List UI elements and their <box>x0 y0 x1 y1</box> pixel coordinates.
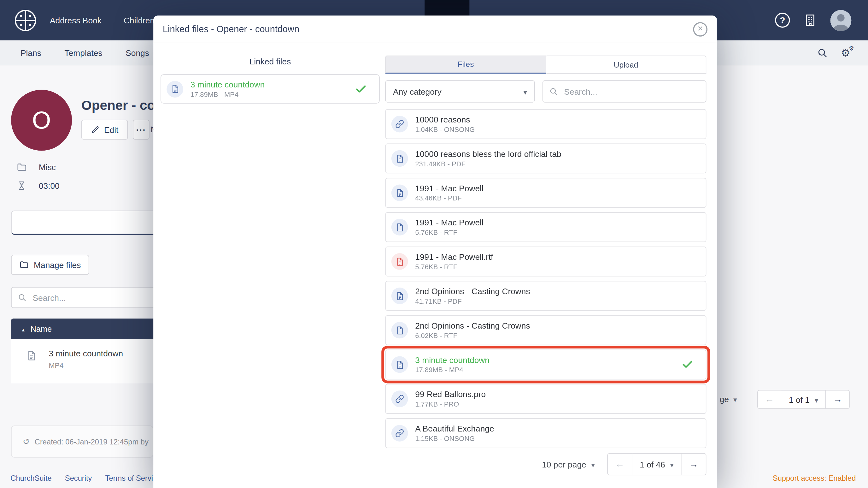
file-row-meta: 5.76KB - RTF <box>415 263 493 271</box>
modal-pagination: 1 of 46 <box>607 453 707 476</box>
per-page-dropdown[interactable]: 10 per page <box>542 460 595 469</box>
linked-files-column: Linked files 3 minute countdown 17.89MB … <box>160 43 380 104</box>
file-row-title: 1991 - Mac Powell <box>415 183 484 193</box>
page-indicator-dropdown[interactable]: 1 of 46 <box>632 453 682 476</box>
category-value[interactable]: Misc <box>39 162 56 172</box>
previous-page-button[interactable] <box>607 453 633 476</box>
arrow-right-icon <box>833 394 842 405</box>
linked-files-modal: Linked files - Opener - countdown Linked… <box>153 16 717 488</box>
arrow-right-icon <box>689 459 698 470</box>
avatar-letter: O <box>32 106 51 134</box>
footer-link-churchsuite[interactable]: ChurchSuite <box>10 474 52 482</box>
file-row-title: 2nd Opinions - Casting Crowns <box>415 321 530 330</box>
category-select[interactable]: Any category <box>385 80 535 102</box>
page-title: Opener - co <box>82 97 155 113</box>
modal-file-row[interactable]: A Beautiful Exchange 1.15KB - ONSONG <box>385 418 707 448</box>
modal-title: Linked files - Opener - countdown <box>163 24 299 34</box>
check-icon <box>355 83 367 95</box>
previous-page-button[interactable] <box>757 390 782 409</box>
modal-file-row[interactable]: 10000 reasons 1.04KB - ONSONG <box>385 109 707 139</box>
churchsuite-logo-icon[interactable] <box>14 8 37 32</box>
gear-icon[interactable] <box>841 47 850 58</box>
pencil-icon <box>91 125 100 134</box>
chevron-down-icon <box>733 395 737 404</box>
subnav-item-plans[interactable]: Plans <box>21 48 41 57</box>
modal-file-row[interactable]: 99 Red Ballons.pro 1.77KB - PRO <box>385 384 707 414</box>
modal-file-row[interactable]: 1991 - Mac Powell 43.46KB - PDF <box>385 178 707 208</box>
sort-ascending-icon <box>21 324 26 333</box>
nav-active-item-partial <box>425 0 469 16</box>
footer-link-terms[interactable]: Terms of Servi <box>105 474 153 482</box>
file-row-title: 10000 reasons <box>415 115 475 124</box>
file-row-title: 2nd Opinions - Casting Crowns <box>415 286 530 296</box>
modal-file-row[interactable]: 10000 reasons bless the lord official ta… <box>385 144 707 174</box>
manage-files-button[interactable]: Manage files <box>11 255 89 275</box>
file-title: 3 minute countdown <box>49 348 123 358</box>
file-row-title: 1991 - Mac Powell <box>415 218 484 227</box>
file-row-title: 3 minute countdown <box>415 355 490 365</box>
modal-file-list: 10000 reasons 1.04KB - ONSONG 10000 reas… <box>385 109 707 448</box>
folder-icon <box>19 260 29 270</box>
category-row: Misc <box>17 162 56 172</box>
file-row-meta: 5.76KB - RTF <box>415 229 484 237</box>
per-page-value: 10 per page <box>542 460 586 469</box>
modal-file-row[interactable]: 1991 - Mac Powell 5.76KB - RTF <box>385 212 707 242</box>
more-options-button[interactable] <box>133 120 150 140</box>
tab-upload[interactable]: Upload <box>546 56 706 74</box>
created-text: Created: 06-Jan-2019 12:45pm by <box>35 437 149 446</box>
file-row-meta: 1.77KB - PRO <box>415 401 486 408</box>
file-icon <box>166 81 183 97</box>
page-indicator-dropdown[interactable]: 1 of 1 <box>781 390 826 409</box>
modal-file-row[interactable]: 1991 - Mac Powell.rtf 5.76KB - RTF <box>385 247 707 277</box>
navbar-right <box>775 10 851 31</box>
file-row-title: 99 Red Ballons.pro <box>415 390 486 399</box>
subnav-item-templates[interactable]: Templates <box>65 48 102 57</box>
edit-button[interactable]: Edit <box>82 120 128 140</box>
check-icon <box>682 358 694 371</box>
duration-row: 03:00 <box>17 180 60 191</box>
footer-link-security[interactable]: Security <box>65 474 92 482</box>
close-icon[interactable] <box>693 22 708 36</box>
next-page-button[interactable] <box>681 453 707 476</box>
per-page-dropdown-partial[interactable]: ge <box>720 395 737 404</box>
arrow-left-icon <box>615 459 624 470</box>
file-row-title: 10000 reasons bless the lord official ta… <box>415 149 561 159</box>
search-icon <box>18 293 27 302</box>
file-row-meta: 41.71KB - PDF <box>415 297 530 305</box>
file-row-meta: 231.49KB - PDF <box>415 160 561 168</box>
file-icon <box>392 219 408 235</box>
nav-item-children[interactable]: Children <box>124 16 155 25</box>
file-icon <box>392 322 408 339</box>
modal-search <box>542 80 707 102</box>
modal-search-input[interactable] <box>542 80 707 102</box>
nav-item-address-book[interactable]: Address Book <box>50 16 101 25</box>
building-icon[interactable] <box>803 13 817 27</box>
chevron-down-icon <box>815 395 818 404</box>
screen: Address Book Children Plans Templates So… <box>0 0 868 488</box>
support-access-status: Support access: Enabled <box>773 474 856 482</box>
duration-value: 03:00 <box>39 181 60 191</box>
next-page-button[interactable] <box>826 390 850 409</box>
user-avatar[interactable] <box>831 10 851 31</box>
modal-header: Linked files - Opener - countdown <box>153 16 717 43</box>
file-row-title: A Beautiful Exchange <box>415 424 494 433</box>
help-icon[interactable] <box>775 12 790 27</box>
modal-file-row[interactable]: 2nd Opinions - Casting Crowns 41.71KB - … <box>385 281 707 311</box>
chevron-down-icon <box>523 87 527 96</box>
link-icon <box>392 425 408 441</box>
file-icon <box>392 184 408 201</box>
page-indicator: 1 of 1 <box>789 395 810 404</box>
file-row-meta: 17.89MB - MP4 <box>415 366 490 374</box>
tab-files[interactable]: Files <box>385 56 546 74</box>
app: Address Book Children Plans Templates So… <box>0 0 868 488</box>
subnav-item-songs[interactable]: Songs <box>126 48 149 57</box>
linked-file-item[interactable]: 3 minute countdown 17.89MB - MP4 <box>160 74 380 104</box>
page-indicator: 1 of 46 <box>640 460 665 469</box>
navbar-menu: Address Book Children <box>50 16 155 25</box>
search-icon[interactable] <box>817 47 827 58</box>
modal-file-row[interactable]: 3 minute countdown 17.89MB - MP4 <box>385 349 707 379</box>
modal-file-row[interactable]: 2nd Opinions - Casting Crowns 6.02KB - R… <box>385 315 707 345</box>
file-browser-column: Files Upload Any category 10000 reasons <box>385 43 707 448</box>
subnav-menu: Plans Templates Songs <box>21 48 149 57</box>
file-row-meta: 1.15KB - ONSONG <box>415 435 494 443</box>
